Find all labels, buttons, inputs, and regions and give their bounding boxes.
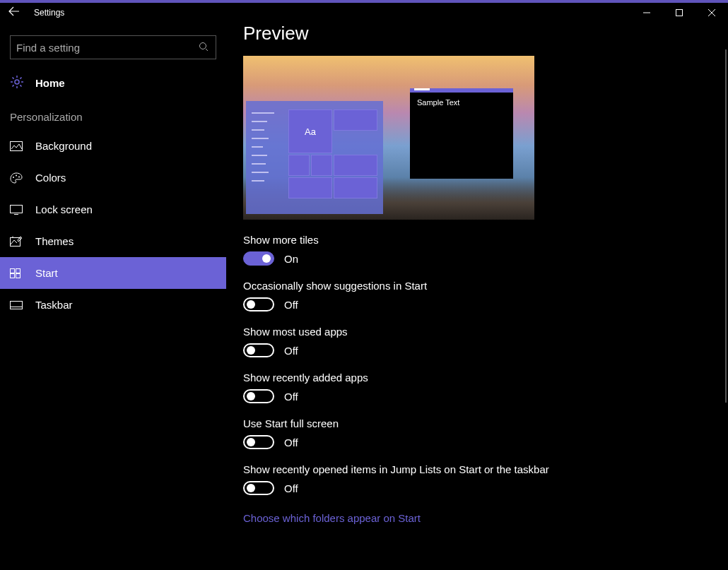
sidebar-item-start[interactable]: Start [0,257,226,289]
svg-rect-12 [16,273,20,278]
preview-tile [311,155,332,176]
page-title: Preview [243,23,704,44]
setting-label: Show most used apps [243,326,704,338]
toggle-knob [262,254,271,263]
colors-icon [10,172,24,184]
svg-rect-13 [11,301,23,309]
setting-group: Show recently opened items in Jump Lists… [243,463,704,495]
window-controls [630,3,728,23]
toggle-state: On [284,253,298,265]
toggle-state: Off [284,482,298,494]
setting-group: Use Start full screenOff [243,417,704,449]
toggle-switch[interactable] [243,389,274,403]
toggle-knob [247,346,255,355]
background-icon [10,141,24,151]
sidebar-item-label: Start [35,267,58,279]
toggle-switch[interactable] [243,297,274,311]
themes-icon [10,236,24,247]
toggle-knob [247,300,255,309]
preview-tile [288,155,310,176]
preview-tile [334,155,377,176]
toggle-row: Off [243,343,704,357]
sidebar-item-label: Themes [35,235,74,247]
svg-point-2 [15,80,19,84]
preview-window-tab [414,88,430,90]
minimize-icon [643,9,650,16]
search-box[interactable] [10,35,216,59]
setting-label: Show recently opened items in Jump Lists… [243,463,704,475]
setting-label: Occasionally show suggestions in Start [243,280,704,292]
scrollbar-thumb[interactable] [725,49,727,403]
svg-point-6 [18,176,20,177]
maximize-button[interactable] [663,3,695,23]
preview-tile [334,109,377,131]
toggle-knob [247,438,255,446]
preview-tile: Aa [288,109,332,153]
sidebar-item-label: Lock screen [35,203,93,215]
window-title: Settings [34,8,64,18]
home-label: Home [35,77,65,89]
preview-sample-text: Sample Text [410,93,513,112]
sidebar-item-background[interactable]: Background [0,130,226,162]
arrow-left-icon [8,6,20,16]
close-icon [708,9,715,16]
sidebar-item-label: Background [35,140,92,152]
preview-start-sidebar [249,105,278,211]
setting-group: Occasionally show suggestions in StartOf… [243,280,704,311]
main-content: Preview Aa Sample Text [226,23,721,570]
svg-rect-0 [676,10,683,16]
back-button[interactable] [0,6,28,19]
lockscreen-icon [10,205,24,215]
preview-image: Aa Sample Text [243,56,534,220]
toggle-row: Off [243,481,704,495]
maximize-icon [676,9,683,16]
preview-sample-window: Sample Text [410,88,513,179]
svg-rect-11 [11,273,15,278]
toggle-state: Off [284,299,298,311]
sidebar-item-themes[interactable]: Themes [0,225,226,257]
preview-tile [334,177,377,198]
sidebar-item-lockscreen[interactable]: Lock screen [0,194,226,225]
toggle-row: Off [243,389,704,403]
toggle-switch[interactable] [243,481,274,495]
setting-group: Show most used appsOff [243,326,704,357]
svg-point-5 [16,174,17,176]
sidebar-item-home[interactable]: Home [0,68,226,98]
svg-rect-9 [11,268,15,273]
minimize-button[interactable] [630,3,663,23]
preview-start-menu: Aa [246,101,383,214]
sidebar-item-label: Taskbar [35,299,73,311]
toggle-state: Off [284,345,298,357]
sidebar-item-taskbar[interactable]: Taskbar [0,289,226,321]
sidebar-item-colors[interactable]: Colors [0,162,226,194]
toggle-knob [247,484,255,492]
setting-label: Show recently added apps [243,372,704,384]
scrollbar[interactable] [721,28,728,570]
setting-group: Show more tilesOn [243,234,704,266]
category-title: Personalization [0,98,226,130]
folders-link[interactable]: Choose which folders appear on Start [243,512,704,524]
svg-rect-7 [11,205,23,213]
toggle-state: Off [284,437,298,449]
svg-point-4 [13,177,14,178]
svg-rect-10 [16,268,20,273]
toggle-row: Off [243,297,704,311]
taskbar-icon [10,301,24,309]
svg-point-1 [200,43,206,49]
start-icon [10,268,24,278]
search-input[interactable] [16,42,210,54]
sidebar: Home Personalization Background Colors L… [0,23,226,570]
close-button[interactable] [695,3,728,23]
gear-icon [10,75,24,91]
toggle-switch[interactable] [243,435,274,449]
sidebar-item-label: Colors [35,172,66,184]
setting-label: Use Start full screen [243,417,704,429]
toggle-row: On [243,251,704,266]
toggle-knob [247,392,255,400]
toggle-state: Off [284,391,298,403]
toggle-switch[interactable] [243,343,274,357]
setting-group: Show recently added appsOff [243,372,704,403]
setting-label: Show more tiles [243,234,704,246]
toggle-switch[interactable] [243,251,274,266]
title-bar: Settings [0,3,728,23]
